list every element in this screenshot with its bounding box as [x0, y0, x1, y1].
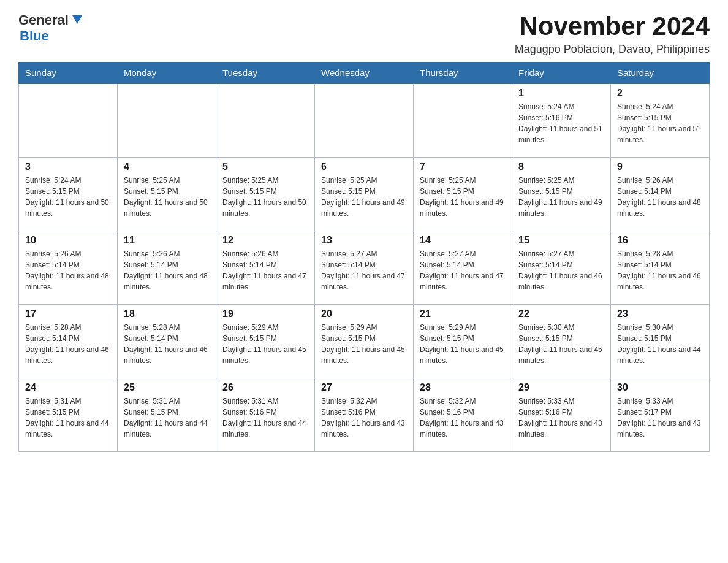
day-number: 6: [321, 161, 407, 172]
calendar-cell: 18Sunrise: 5:28 AMSunset: 5:14 PMDayligh…: [118, 304, 216, 378]
calendar-cell: [19, 83, 118, 157]
calendar-cell: [414, 83, 512, 157]
calendar-cell: 30Sunrise: 5:33 AMSunset: 5:17 PMDayligh…: [611, 378, 710, 451]
calendar-cell: 22Sunrise: 5:30 AMSunset: 5:15 PMDayligh…: [512, 304, 611, 378]
day-number: 26: [222, 382, 308, 393]
calendar-cell: 15Sunrise: 5:27 AMSunset: 5:14 PMDayligh…: [512, 231, 611, 304]
calendar-cell: 14Sunrise: 5:27 AMSunset: 5:14 PMDayligh…: [414, 231, 512, 304]
day-number: 7: [420, 161, 506, 172]
calendar-week-row: 24Sunrise: 5:31 AMSunset: 5:15 PMDayligh…: [19, 378, 710, 451]
day-info: Sunrise: 5:27 AMSunset: 5:14 PMDaylight:…: [321, 248, 407, 293]
calendar-cell: 9Sunrise: 5:26 AMSunset: 5:14 PMDaylight…: [611, 157, 710, 231]
calendar-cell: [315, 83, 414, 157]
day-info: Sunrise: 5:28 AMSunset: 5:14 PMDaylight:…: [617, 248, 703, 293]
day-info: Sunrise: 5:24 AMSunset: 5:15 PMDaylight:…: [617, 101, 703, 145]
header-thursday: Thursday: [414, 63, 512, 84]
day-info: Sunrise: 5:25 AMSunset: 5:15 PMDaylight:…: [321, 175, 407, 219]
calendar-cell: 19Sunrise: 5:29 AMSunset: 5:15 PMDayligh…: [216, 304, 315, 378]
day-info: Sunrise: 5:26 AMSunset: 5:14 PMDaylight:…: [617, 175, 703, 219]
day-info: Sunrise: 5:25 AMSunset: 5:15 PMDaylight:…: [420, 175, 506, 219]
day-number: 10: [25, 235, 111, 246]
day-info: Sunrise: 5:26 AMSunset: 5:14 PMDaylight:…: [124, 248, 210, 293]
calendar-table: Sunday Monday Tuesday Wednesday Thursday…: [18, 62, 710, 452]
day-info: Sunrise: 5:26 AMSunset: 5:14 PMDaylight:…: [25, 248, 111, 293]
calendar-cell: 29Sunrise: 5:33 AMSunset: 5:16 PMDayligh…: [512, 378, 611, 451]
day-info: Sunrise: 5:28 AMSunset: 5:14 PMDaylight:…: [124, 322, 210, 366]
calendar-cell: 21Sunrise: 5:29 AMSunset: 5:15 PMDayligh…: [414, 304, 512, 378]
day-number: 8: [518, 161, 604, 172]
day-info: Sunrise: 5:25 AMSunset: 5:15 PMDaylight:…: [518, 175, 604, 219]
day-number: 16: [617, 235, 703, 246]
day-number: 28: [420, 382, 506, 393]
day-info: Sunrise: 5:32 AMSunset: 5:16 PMDaylight:…: [321, 396, 407, 440]
day-info: Sunrise: 5:33 AMSunset: 5:17 PMDaylight:…: [617, 396, 703, 440]
calendar-cell: 26Sunrise: 5:31 AMSunset: 5:16 PMDayligh…: [216, 378, 315, 451]
calendar-cell: 17Sunrise: 5:28 AMSunset: 5:14 PMDayligh…: [19, 304, 118, 378]
logo-blue-text: Blue: [20, 28, 49, 44]
day-number: 24: [25, 382, 111, 393]
calendar-cell: 27Sunrise: 5:32 AMSunset: 5:16 PMDayligh…: [315, 378, 414, 451]
calendar-cell: 4Sunrise: 5:25 AMSunset: 5:15 PMDaylight…: [118, 157, 216, 231]
calendar-cell: 5Sunrise: 5:25 AMSunset: 5:15 PMDaylight…: [216, 157, 315, 231]
day-info: Sunrise: 5:25 AMSunset: 5:15 PMDaylight:…: [124, 175, 210, 219]
calendar-header-row: Sunday Monday Tuesday Wednesday Thursday…: [19, 63, 710, 84]
day-info: Sunrise: 5:30 AMSunset: 5:15 PMDaylight:…: [617, 322, 703, 366]
day-info: Sunrise: 5:33 AMSunset: 5:16 PMDaylight:…: [518, 396, 604, 440]
day-number: 5: [222, 161, 308, 172]
calendar-cell: [216, 83, 315, 157]
day-number: 17: [25, 308, 111, 320]
day-info: Sunrise: 5:25 AMSunset: 5:15 PMDaylight:…: [222, 175, 308, 219]
day-number: 14: [420, 235, 506, 246]
calendar-cell: 1Sunrise: 5:24 AMSunset: 5:16 PMDaylight…: [512, 83, 611, 157]
header-friday: Friday: [512, 63, 611, 84]
calendar-week-row: 1Sunrise: 5:24 AMSunset: 5:16 PMDaylight…: [19, 83, 710, 157]
title-section: November 2024 Magugpo Poblacion, Davao, …: [515, 12, 710, 56]
header-wednesday: Wednesday: [315, 63, 414, 84]
day-info: Sunrise: 5:26 AMSunset: 5:14 PMDaylight:…: [222, 248, 308, 293]
calendar-week-row: 3Sunrise: 5:24 AMSunset: 5:15 PMDaylight…: [19, 157, 710, 231]
calendar-cell: 13Sunrise: 5:27 AMSunset: 5:14 PMDayligh…: [315, 231, 414, 304]
day-number: 30: [617, 382, 703, 393]
day-info: Sunrise: 5:29 AMSunset: 5:15 PMDaylight:…: [222, 322, 308, 366]
calendar-week-row: 10Sunrise: 5:26 AMSunset: 5:14 PMDayligh…: [19, 231, 710, 304]
day-info: Sunrise: 5:31 AMSunset: 5:15 PMDaylight:…: [25, 396, 111, 440]
header-saturday: Saturday: [611, 63, 710, 84]
day-info: Sunrise: 5:31 AMSunset: 5:15 PMDaylight:…: [124, 396, 210, 440]
day-number: 29: [518, 382, 604, 393]
day-number: 3: [25, 161, 111, 172]
calendar-cell: 2Sunrise: 5:24 AMSunset: 5:15 PMDaylight…: [611, 83, 710, 157]
day-info: Sunrise: 5:32 AMSunset: 5:16 PMDaylight:…: [420, 396, 506, 440]
day-number: 25: [124, 382, 210, 393]
month-title: November 2024: [515, 12, 710, 40]
calendar-cell: [118, 83, 216, 157]
calendar-cell: 11Sunrise: 5:26 AMSunset: 5:14 PMDayligh…: [118, 231, 216, 304]
day-info: Sunrise: 5:30 AMSunset: 5:15 PMDaylight:…: [518, 322, 604, 366]
day-number: 4: [124, 161, 210, 172]
day-number: 1: [518, 88, 604, 99]
day-info: Sunrise: 5:24 AMSunset: 5:15 PMDaylight:…: [25, 175, 111, 219]
calendar-cell: 24Sunrise: 5:31 AMSunset: 5:15 PMDayligh…: [19, 378, 118, 451]
day-number: 2: [617, 88, 703, 99]
day-info: Sunrise: 5:27 AMSunset: 5:14 PMDaylight:…: [518, 248, 604, 293]
svg-marker-0: [72, 15, 82, 24]
header-monday: Monday: [118, 63, 216, 84]
day-number: 19: [222, 308, 308, 320]
logo: General Blue: [18, 12, 83, 44]
logo-general-text: General: [18, 12, 69, 28]
calendar-cell: 16Sunrise: 5:28 AMSunset: 5:14 PMDayligh…: [611, 231, 710, 304]
day-info: Sunrise: 5:24 AMSunset: 5:16 PMDaylight:…: [518, 101, 604, 145]
day-number: 13: [321, 235, 407, 246]
day-number: 27: [321, 382, 407, 393]
calendar-cell: 8Sunrise: 5:25 AMSunset: 5:15 PMDaylight…: [512, 157, 611, 231]
day-info: Sunrise: 5:31 AMSunset: 5:16 PMDaylight:…: [222, 396, 308, 440]
day-info: Sunrise: 5:28 AMSunset: 5:14 PMDaylight:…: [25, 322, 111, 366]
header-sunday: Sunday: [19, 63, 118, 84]
calendar-cell: 20Sunrise: 5:29 AMSunset: 5:15 PMDayligh…: [315, 304, 414, 378]
calendar-cell: 7Sunrise: 5:25 AMSunset: 5:15 PMDaylight…: [414, 157, 512, 231]
page-header: General Blue November 2024 Magugpo Pobla…: [18, 12, 710, 56]
day-number: 9: [617, 161, 703, 172]
header-tuesday: Tuesday: [216, 63, 315, 84]
day-number: 20: [321, 308, 407, 320]
calendar-cell: 12Sunrise: 5:26 AMSunset: 5:14 PMDayligh…: [216, 231, 315, 304]
day-number: 11: [124, 235, 210, 246]
